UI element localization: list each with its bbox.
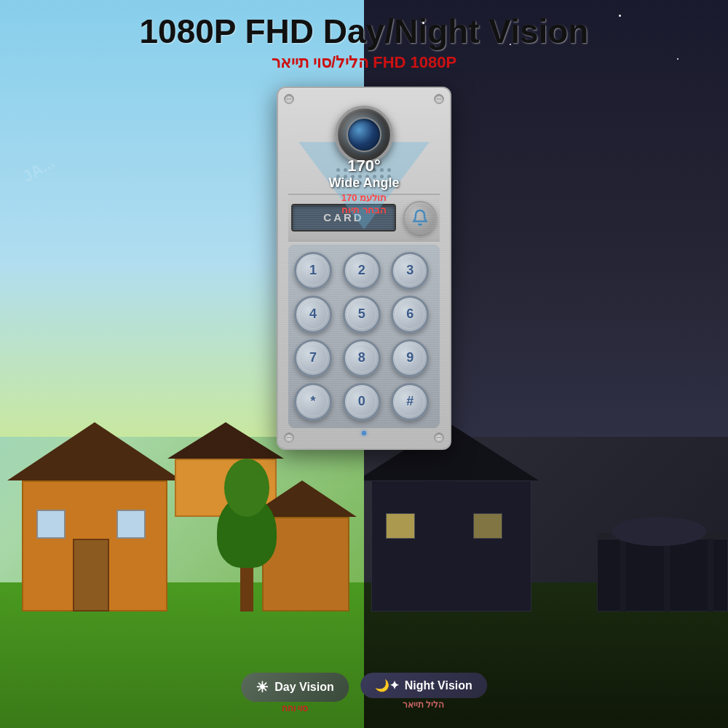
camera-section: 170° Wide Angle תולעמ 170 הבחר תיוח bbox=[288, 98, 440, 191]
key-label-2: 2 bbox=[358, 263, 365, 278]
sun-icon: ☀ bbox=[256, 678, 269, 696]
key-button-8[interactable]: 8 bbox=[343, 339, 381, 377]
hebrew-title: הליל/סוי תייאר FHD 1080P bbox=[140, 53, 589, 72]
wide-angle-label: Wide Angle bbox=[328, 175, 399, 191]
wide-angle-hebrew-2: הבחר תיוח bbox=[328, 205, 399, 215]
key-label-6: 6 bbox=[406, 306, 414, 322]
key-button-9[interactable]: 9 bbox=[391, 339, 429, 377]
key-label-1: 1 bbox=[309, 263, 317, 278]
key-label-#: # bbox=[406, 394, 414, 409]
night-vision-badge: 🌙✦ Night Vision הליל תייאר bbox=[360, 673, 487, 713]
day-badge-pill: ☀ Day Vision bbox=[241, 673, 349, 702]
device-panel: 170° Wide Angle תולעמ 170 הבחר תיוח bbox=[277, 87, 451, 450]
day-vision-hebrew: סוי וחח bbox=[282, 703, 308, 713]
key-button-3[interactable]: 3 bbox=[391, 252, 429, 290]
key-button-6[interactable]: 6 bbox=[391, 296, 429, 333]
main-title: 1080P FHD Day/Night Vision bbox=[140, 13, 589, 50]
key-button-#[interactable]: # bbox=[391, 383, 429, 421]
camera-lens bbox=[347, 117, 381, 152]
key-button-2[interactable]: 2 bbox=[343, 252, 381, 290]
day-vision-badge: ☀ Day Vision סוי וחח bbox=[241, 673, 349, 713]
wide-angle-overlay: 170° Wide Angle תולעמ 170 הבחר תיוח bbox=[328, 157, 399, 215]
key-button-*[interactable]: * bbox=[294, 383, 332, 421]
keypad-grid: 123456789*0# bbox=[294, 252, 434, 421]
camera-body bbox=[335, 106, 393, 164]
header-section: 1080P FHD Day/Night Vision הליל/סוי תייא… bbox=[140, 0, 589, 72]
key-label-*: * bbox=[310, 394, 315, 409]
key-button-5[interactable]: 5 bbox=[343, 296, 381, 333]
key-label-4: 4 bbox=[309, 306, 317, 322]
key-button-7[interactable]: 7 bbox=[294, 339, 332, 377]
screw-bottom-right bbox=[434, 432, 444, 443]
key-label-9: 9 bbox=[406, 350, 414, 365]
key-button-4[interactable]: 4 bbox=[294, 296, 332, 333]
key-label-5: 5 bbox=[358, 306, 365, 322]
key-label-8: 8 bbox=[358, 350, 365, 365]
day-vision-label: Day Vision bbox=[274, 681, 334, 694]
wide-angle-hebrew-1: תולעמ 170 bbox=[328, 192, 399, 203]
key-label-7: 7 bbox=[309, 350, 317, 365]
led-indicator bbox=[362, 431, 366, 435]
bottom-badges: ☀ Day Vision סוי וחח 🌙✦ Night Vision הלי… bbox=[241, 673, 487, 713]
night-vision-label: Night Vision bbox=[405, 679, 472, 692]
main-overlay: 1080P FHD Day/Night Vision הליל/סוי תייא… bbox=[0, 0, 728, 728]
night-vision-hebrew: הליל תייאר bbox=[403, 700, 444, 710]
screw-bottom-left bbox=[284, 432, 294, 443]
keypad-section: 123456789*0# bbox=[288, 245, 440, 428]
moon-star-icon: 🌙✦ bbox=[375, 678, 399, 692]
key-button-0[interactable]: 0 bbox=[343, 383, 381, 421]
key-label-3: 3 bbox=[406, 263, 414, 278]
device-wrapper: 170° Wide Angle תולעמ 170 הבחר תיוח bbox=[277, 87, 451, 450]
key-label-0: 0 bbox=[358, 394, 365, 409]
wide-angle-degrees: 170° bbox=[328, 157, 399, 175]
key-button-1[interactable]: 1 bbox=[294, 252, 332, 290]
night-badge-pill: 🌙✦ Night Vision bbox=[360, 673, 487, 698]
